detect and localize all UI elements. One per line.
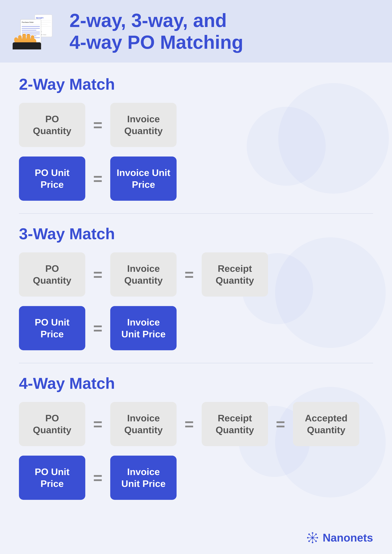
four-way-po-quantity: POQuantity [19,402,85,446]
svg-line-40 [310,535,312,537]
nanonets-logo-icon [306,531,319,544]
four-way-receipt-quantity: ReceiptQuantity [202,402,268,446]
four-way-equals4: = [92,469,104,487]
svg-text:RECEIPT: RECEIPT [36,17,44,19]
nanonets-logo-text: Nanonets [323,531,373,544]
four-way-accepted-quantity: AcceptedQuantity [293,402,359,446]
three-way-invoice-unit-price: InvoiceUnit Price [110,306,177,350]
svg-rect-26 [13,42,41,49]
header-text: 2-way, 3-way, and 4-way PO Matching [70,9,243,53]
four-way-title: 4-Way Match [19,374,373,392]
header-illustration: RECEIPT TOTAL THANK YOU! Purchase Order … [13,13,60,49]
four-way-po-unit-price: PO UnitPrice [19,456,85,500]
four-way-row1: POQuantity = InvoiceQuantity = ReceiptQu… [19,402,373,446]
four-way-invoice-quantity: InvoiceQuantity [110,402,177,446]
svg-point-29 [312,542,313,543]
three-way-title: 3-Way Match [19,225,373,243]
two-way-invoice-unit-price: Invoice UnitPrice [110,157,177,201]
svg-point-32 [308,533,310,535]
four-way-row2: PO UnitPrice = InvoiceUnit Price [19,456,373,500]
two-way-equals2: = [92,170,104,188]
two-way-equals1: = [92,116,104,134]
two-way-section: 2-Way Match POQuantity = InvoiceQuantity… [19,75,373,201]
svg-line-43 [310,539,312,540]
two-way-invoice-quantity: InvoiceQuantity [110,103,177,147]
divider1 [19,213,373,214]
two-way-po-quantity: POQuantity [19,103,85,147]
four-way-section: 4-Way Match POQuantity = InvoiceQuantity… [19,374,373,500]
svg-text:Purchase Order: Purchase Order [22,21,34,23]
three-way-section: 3-Way Match POQuantity = InvoiceQuantity… [19,225,373,350]
two-way-row1: POQuantity = InvoiceQuantity [19,103,373,147]
three-way-equals3: = [92,319,104,337]
svg-point-34 [315,533,317,535]
four-way-equals2: = [183,415,195,433]
svg-point-30 [307,537,309,539]
header: RECEIPT TOTAL THANK YOU! Purchase Order … [0,0,392,62]
nanonets-logo-area: Nanonets [0,525,392,554]
three-way-row2: PO UnitPrice = InvoiceUnit Price [19,306,373,350]
three-way-invoice-quantity: InvoiceQuantity [110,252,177,297]
svg-rect-23 [27,34,30,42]
three-way-equals1: = [92,265,104,284]
svg-rect-22 [22,34,26,42]
two-way-title: 2-Way Match [19,75,373,93]
svg-point-28 [312,532,313,534]
two-way-row2: PO UnitPrice = Invoice UnitPrice [19,157,373,201]
divider2 [19,363,373,363]
three-way-equals2: = [183,265,195,284]
svg-point-27 [311,537,314,539]
four-way-equals1: = [92,415,104,433]
svg-rect-24 [31,35,34,42]
four-way-equals3: = [274,415,287,433]
three-way-po-quantity: POQuantity [19,252,85,297]
svg-point-31 [316,537,318,539]
main-content: 2-Way Match POQuantity = InvoiceQuantity… [0,62,392,525]
svg-line-42 [313,535,315,537]
three-way-po-unit-price: PO UnitPrice [19,306,85,350]
four-way-invoice-unit-price: InvoiceUnit Price [110,456,177,500]
three-way-row1: POQuantity = InvoiceQuantity = ReceiptQu… [19,252,373,297]
two-way-po-unit-price: PO UnitPrice [19,157,85,201]
svg-point-33 [315,540,317,542]
svg-line-41 [313,539,315,540]
header-title: 2-way, 3-way, and 4-way PO Matching [70,9,243,53]
three-way-receipt-quantity: ReceiptQuantity [202,252,268,297]
svg-point-35 [308,540,310,542]
